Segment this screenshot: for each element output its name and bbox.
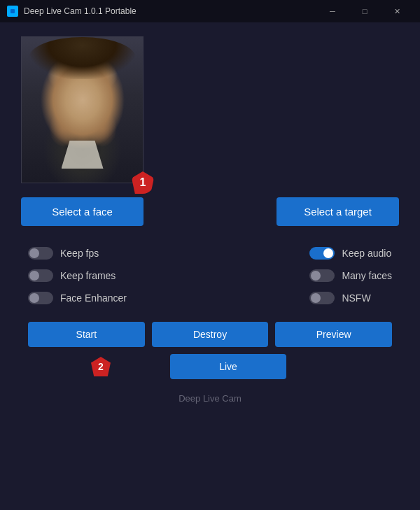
main-content: 1 Select a face Select a target Keep fps…	[0, 22, 420, 418]
options-section: Keep fps Keep frames Face Enhancer Keep …	[21, 247, 399, 304]
options-left: Keep fps Keep frames Face Enhancer	[28, 247, 127, 304]
button-row: Select a face Select a target	[21, 197, 399, 226]
minimize-button[interactable]: ─	[316, 0, 349, 22]
select-target-button[interactable]: Select a target	[276, 197, 399, 226]
close-button[interactable]: ✕	[381, 0, 413, 22]
toggle-keep-frames[interactable]	[28, 269, 53, 282]
toggle-keep-fps[interactable]	[28, 247, 53, 260]
option-keep-fps: Keep fps	[28, 247, 127, 260]
window-controls: ─ □ ✕	[316, 0, 413, 22]
live-button[interactable]: Live	[170, 354, 286, 379]
label-nsfw: NSFW	[342, 292, 370, 304]
toggle-face-enhancer[interactable]	[28, 292, 53, 304]
toggle-nsfw[interactable]	[309, 292, 335, 304]
live-badge: 2	[91, 357, 111, 376]
window-title: Deep Live Cam 1.0.1 Portable	[24, 6, 316, 16]
action-section: Start Destroy Preview 2 Live	[21, 322, 399, 379]
live-row: 2 Live	[21, 354, 399, 379]
option-face-enhancer: Face Enhancer	[28, 292, 127, 304]
options-right: Keep audio Many faces NSFW	[309, 247, 392, 304]
label-keep-frames: Keep frames	[60, 270, 115, 281]
start-button[interactable]: Start	[28, 322, 145, 347]
app-icon	[7, 6, 18, 17]
action-row: Start Destroy Preview	[21, 322, 399, 347]
option-many-faces: Many faces	[309, 269, 392, 282]
top-section: 1	[21, 36, 399, 183]
toggle-keep-audio[interactable]	[309, 247, 335, 260]
titlebar: Deep Live Cam 1.0.1 Portable ─ □ ✕	[0, 0, 420, 22]
target-area	[276, 36, 399, 183]
select-face-button[interactable]: Select a face	[21, 197, 144, 226]
option-keep-audio: Keep audio	[309, 247, 392, 260]
label-face-enhancer: Face Enhancer	[60, 292, 127, 304]
label-many-faces: Many faces	[342, 270, 392, 281]
footer: Deep Live Cam	[178, 393, 241, 404]
maximize-button[interactable]: □	[349, 0, 381, 22]
footer-text: Deep Live Cam	[178, 393, 241, 404]
toggle-many-faces[interactable]	[309, 269, 335, 282]
label-keep-fps: Keep fps	[60, 248, 99, 259]
label-keep-audio: Keep audio	[342, 248, 391, 259]
preview-button[interactable]: Preview	[275, 322, 392, 347]
destroy-button[interactable]: Destroy	[152, 322, 269, 347]
svg-rect-1	[10, 9, 15, 13]
face-area: 1	[21, 36, 144, 183]
option-nsfw: NSFW	[309, 292, 392, 304]
face-image	[21, 36, 144, 183]
option-keep-frames: Keep frames	[28, 269, 127, 282]
face-photo	[22, 37, 143, 183]
